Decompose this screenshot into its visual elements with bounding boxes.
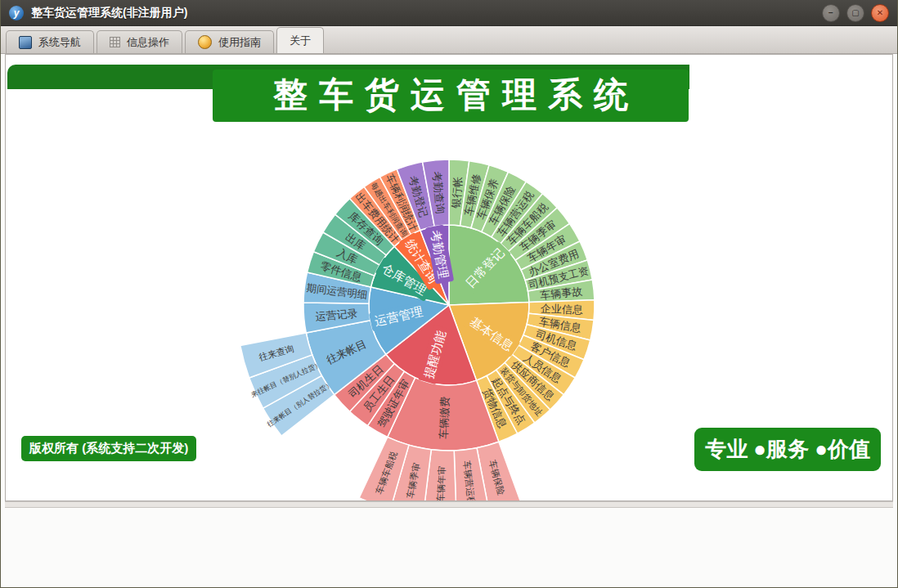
coin-icon <box>198 35 212 49</box>
sunburst-label: 企业信息 <box>541 302 583 316</box>
sunburst-label: 银行帐 <box>450 176 465 209</box>
close-button[interactable]: ✕ <box>871 4 889 22</box>
sunburst-label: 车辆年审 <box>435 466 447 500</box>
grid-icon <box>110 37 120 47</box>
tab-info-ops[interactable]: 信息操作 <box>97 30 182 53</box>
minimize-button[interactable]: − <box>822 4 840 22</box>
sunburst-label-text: 车辆缴费 <box>437 397 451 440</box>
tab-label: 使用指南 <box>218 35 261 50</box>
slogan-badge: 专业 ●服务 ●价值 <box>694 428 881 471</box>
tab-user-guide[interactable]: 使用指南 <box>185 30 274 53</box>
sunburst-label-text: 企业信息 <box>541 302 583 316</box>
maximize-button[interactable]: ▢ <box>846 4 864 22</box>
sunburst-label: 车辆缴费 <box>437 397 451 440</box>
tab-about[interactable]: 关于 <box>276 27 324 53</box>
page-title: 整车货运管理系统 <box>213 70 689 122</box>
sunburst-label-text: 车辆年审 <box>435 466 447 500</box>
window-title: 整车货运管理系统(非注册用户) <box>31 6 187 20</box>
tab-bar: 系统导航信息操作使用指南关于 <box>1 26 897 54</box>
sunburst-label-text: 银行帐 <box>450 176 465 209</box>
content-panel: 整车货运管理系统 日常登记银行帐车辆维修车辆保养车辆保险车辆营运税车辆车船税车辆… <box>5 54 893 501</box>
tab-label: 信息操作 <box>127 35 169 50</box>
bottom-divider <box>5 501 893 508</box>
window-controls: −▢✕ <box>822 4 889 22</box>
app-window: y 整车货运管理系统(非注册用户) −▢✕ 系统导航信息操作使用指南关于 整车货… <box>0 0 898 588</box>
app-logo-icon: y <box>9 6 24 20</box>
tab-label: 关于 <box>290 34 311 48</box>
nav-square-icon <box>19 36 32 49</box>
titlebar: y 整车货运管理系统(非注册用户) −▢✕ <box>1 0 897 26</box>
tab-label: 系统导航 <box>38 35 81 50</box>
copyright-badge: 版权所有 (系统支持二次开发) <box>21 436 196 461</box>
tab-system-nav[interactable]: 系统导航 <box>6 30 94 53</box>
